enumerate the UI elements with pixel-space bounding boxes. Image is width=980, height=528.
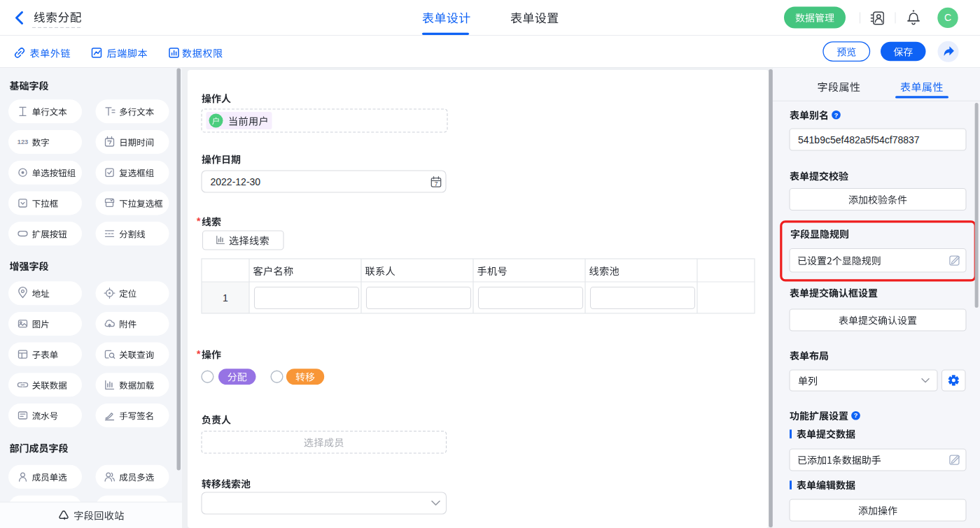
svg-text:541b9c5ef482a5f54cf78837: 541b9c5ef482a5f54cf78837 <box>798 134 920 145</box>
svg-text:2022-12-30: 2022-12-30 <box>211 176 261 187</box>
svg-text:*: * <box>197 215 201 227</box>
svg-text:1: 1 <box>223 292 228 304</box>
svg-text:C: C <box>944 12 951 23</box>
svg-text:123: 123 <box>18 138 29 145</box>
svg-text:7: 7 <box>435 180 438 187</box>
svg-text:?: ? <box>854 411 858 419</box>
svg-text:?: ? <box>834 111 839 119</box>
svg-text:*: * <box>197 348 201 359</box>
